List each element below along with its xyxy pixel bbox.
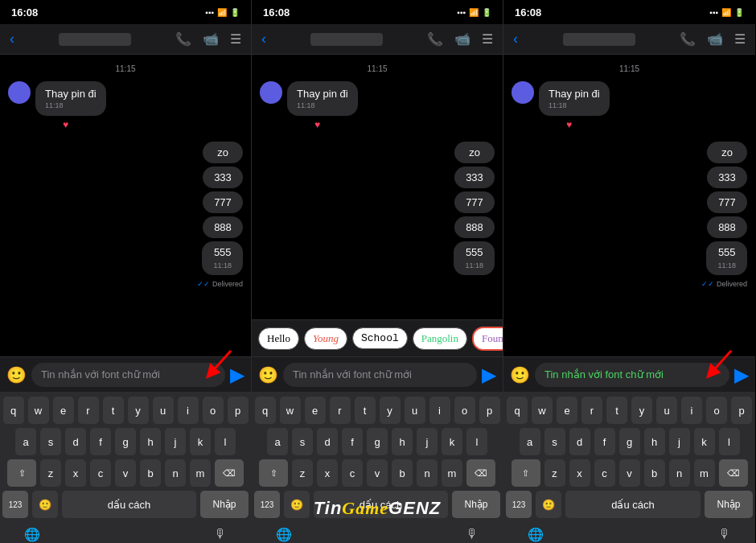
key-h-1[interactable]: h [140, 428, 161, 455]
text-input-2[interactable]: Tin nhắn với font chữ mới [283, 363, 477, 387]
font-btn-fountain[interactable]: Fountain [472, 327, 503, 351]
font-btn-young[interactable]: Young [304, 327, 347, 350]
key-space-3[interactable]: dấu cách [565, 491, 701, 518]
back-button-3[interactable]: ‹ [513, 31, 518, 47]
key-o-1[interactable]: o [203, 397, 224, 424]
key-p-3[interactable]: p [731, 397, 752, 424]
key-emoji-2[interactable]: 🙂 [284, 491, 310, 518]
key-n-1[interactable]: n [165, 459, 186, 487]
key-j-1[interactable]: j [165, 428, 186, 455]
key-u-1[interactable]: u [153, 397, 174, 424]
key-i-2[interactable]: i [429, 397, 450, 424]
key-g-3[interactable]: g [619, 428, 640, 455]
key-b-3[interactable]: b [644, 459, 665, 487]
text-input-1[interactable]: Tin nhắn với font chữ mới [31, 363, 225, 387]
menu-icon-3[interactable]: ☰ [734, 31, 746, 47]
key-backspace-3[interactable]: ⌫ [719, 459, 748, 487]
key-f-1[interactable]: f [90, 428, 111, 455]
key-v-1[interactable]: v [115, 459, 136, 487]
send-button-3[interactable]: ▶ [734, 364, 749, 386]
key-enter-2[interactable]: Nhập [452, 491, 500, 518]
key-enter-1[interactable]: Nhập [200, 491, 249, 518]
key-r-3[interactable]: r [581, 397, 602, 424]
key-num-3[interactable]: 123 [506, 491, 532, 518]
key-j-3[interactable]: j [669, 428, 690, 455]
key-enter-3[interactable]: Nhập [705, 491, 753, 518]
send-button-1[interactable]: ▶ [230, 364, 244, 386]
key-c-2[interactable]: c [342, 459, 363, 487]
key-a-3[interactable]: a [520, 428, 540, 455]
key-d-2[interactable]: d [317, 428, 338, 455]
key-q-3[interactable]: q [507, 397, 528, 424]
key-shift-1[interactable]: ⇧ [7, 459, 36, 487]
key-g-2[interactable]: g [367, 428, 388, 455]
mic-icon-1[interactable]: 🎙 [214, 527, 227, 541]
menu-icon-1[interactable]: ☰ [230, 31, 241, 47]
key-m-1[interactable]: m [190, 459, 211, 487]
key-i-3[interactable]: i [681, 397, 702, 424]
key-d-3[interactable]: d [569, 428, 590, 455]
key-y-2[interactable]: y [380, 397, 401, 424]
back-button-2[interactable]: ‹ [261, 31, 266, 47]
phone-icon-2[interactable]: 📞 [427, 31, 443, 47]
key-d-1[interactable]: d [65, 428, 86, 455]
key-a-1[interactable]: a [15, 428, 36, 455]
key-t-2[interactable]: t [355, 397, 376, 424]
font-btn-hello[interactable]: Hello [258, 327, 299, 350]
key-f-2[interactable]: f [342, 428, 363, 455]
key-w-2[interactable]: w [280, 397, 301, 424]
key-f-3[interactable]: f [594, 428, 615, 455]
key-o-2[interactable]: o [454, 397, 475, 424]
key-m-3[interactable]: m [694, 459, 715, 487]
globe-icon-2[interactable]: 🌐 [276, 527, 292, 542]
key-l-3[interactable]: l [719, 428, 740, 455]
key-num-2[interactable]: 123 [254, 491, 280, 518]
key-l-1[interactable]: l [215, 428, 236, 455]
key-o-3[interactable]: o [706, 397, 727, 424]
key-emoji-1[interactable]: 🙂 [32, 491, 58, 518]
key-e-3[interactable]: e [557, 397, 577, 424]
back-button-1[interactable]: ‹ [10, 31, 14, 47]
send-button-2[interactable]: ▶ [482, 364, 496, 386]
phone-icon-1[interactable]: 📞 [175, 31, 191, 47]
mic-icon-3[interactable]: 🎙 [718, 527, 731, 541]
key-l-2[interactable]: l [466, 428, 487, 455]
key-u-3[interactable]: u [656, 397, 677, 424]
key-h-3[interactable]: h [644, 428, 665, 455]
video-icon-3[interactable]: 📹 [707, 31, 723, 47]
key-z-1[interactable]: z [40, 459, 61, 487]
key-s-1[interactable]: s [40, 428, 61, 455]
key-s-2[interactable]: s [292, 428, 313, 455]
key-m-2[interactable]: m [442, 459, 462, 487]
key-n-3[interactable]: n [669, 459, 690, 487]
key-x-1[interactable]: x [65, 459, 86, 487]
key-q-1[interactable]: q [3, 397, 24, 424]
key-r-1[interactable]: r [78, 397, 99, 424]
key-c-3[interactable]: c [594, 459, 615, 487]
key-shift-3[interactable]: ⇧ [512, 459, 540, 487]
key-x-3[interactable]: x [569, 459, 590, 487]
menu-icon-2[interactable]: ☰ [482, 31, 493, 47]
text-input-3[interactable]: Tin nhắn với font chữ mới [535, 363, 729, 387]
key-v-3[interactable]: v [619, 459, 640, 487]
key-n-2[interactable]: n [417, 459, 438, 487]
key-h-2[interactable]: h [392, 428, 413, 455]
key-backspace-2[interactable]: ⌫ [466, 459, 495, 487]
emoji-button-2[interactable]: 🙂 [258, 365, 278, 385]
key-z-3[interactable]: z [544, 459, 565, 487]
key-c-1[interactable]: c [90, 459, 111, 487]
video-icon-2[interactable]: 📹 [454, 31, 470, 47]
key-q-2[interactable]: q [255, 397, 276, 424]
key-z-2[interactable]: z [292, 459, 313, 487]
key-t-3[interactable]: t [606, 397, 627, 424]
key-w-3[interactable]: w [532, 397, 553, 424]
key-x-2[interactable]: x [317, 459, 338, 487]
key-y-3[interactable]: y [631, 397, 652, 424]
key-emoji-3[interactable]: 🙂 [536, 491, 561, 518]
font-btn-school[interactable]: School [352, 327, 408, 349]
key-g-1[interactable]: g [115, 428, 136, 455]
key-v-2[interactable]: v [367, 459, 388, 487]
key-k-3[interactable]: k [694, 428, 715, 455]
key-space-2[interactable]: dấu cách [314, 491, 448, 518]
globe-icon-3[interactable]: 🌐 [528, 527, 544, 542]
